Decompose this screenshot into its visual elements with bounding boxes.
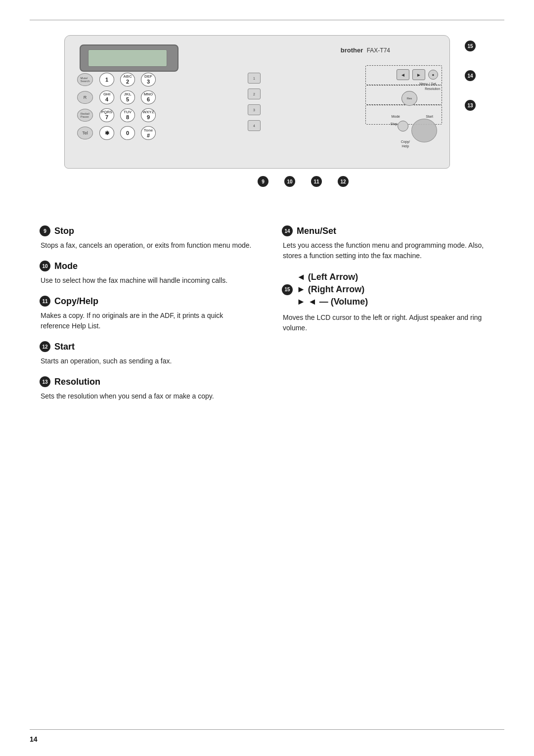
start-label: Start bbox=[426, 115, 433, 118]
diagram-area: brother FAX-T74 Mute/Search 1 bbox=[30, 35, 504, 169]
redial-pause-btn[interactable]: Redial/Pause bbox=[77, 109, 93, 122]
resolution-label: Resolution bbox=[425, 87, 440, 90]
item-arrows-title-block: ◄ (Left Arrow) ► (Right Arrow) ► ◄ — (Vo… bbox=[297, 271, 368, 309]
volume-btn[interactable]: ● bbox=[428, 70, 438, 80]
right-arrow-btn[interactable]: ► bbox=[412, 69, 425, 80]
callout-15: 15 bbox=[465, 41, 476, 51]
arrows-title-line1: ◄ (Left Arrow) bbox=[297, 271, 368, 283]
badge-13: 13 bbox=[40, 376, 50, 387]
badge-9: 9 bbox=[40, 225, 50, 236]
key-star[interactable]: ✱ bbox=[99, 126, 114, 140]
item-resolution: 13 Resolution Sets the resolution when y… bbox=[40, 376, 252, 401]
bottom-area: 14 bbox=[30, 729, 504, 744]
key-1[interactable]: 1 bbox=[99, 73, 114, 87]
speed-dial-column: 1 2 3 4 bbox=[248, 73, 261, 131]
display-screen bbox=[88, 49, 167, 67]
top-rule bbox=[30, 20, 504, 20]
arrows-title-line3: ► ◄ — (Volume) bbox=[297, 296, 368, 308]
item-arrows: 15 ◄ (Left Arrow) ► (Right Arrow) ► ◄ — … bbox=[282, 271, 494, 333]
r-btn[interactable]: R bbox=[77, 91, 93, 104]
speed-dial-3[interactable]: 3 bbox=[248, 104, 261, 115]
callout-13: 13 bbox=[465, 100, 476, 111]
arrow-row: ◄ ► ● bbox=[397, 69, 438, 80]
resolution-btn[interactable]: Res bbox=[401, 91, 417, 106]
item-stop-desc: Stops a fax, cancels an operation, or ex… bbox=[40, 240, 252, 251]
keypad-area: Mute/Search 1 ABC 2 DEF bbox=[77, 73, 245, 144]
copy-help-label: Copy/Help bbox=[401, 139, 410, 148]
content-section: 9 Stop Stops a fax, cancels an operation… bbox=[30, 225, 504, 401]
item-mode-heading: 10 Mode bbox=[40, 261, 252, 271]
item-stop: 9 Stop Stops a fax, cancels an operation… bbox=[40, 225, 252, 251]
callout-9: 9 bbox=[258, 176, 268, 187]
callout-10: 10 bbox=[284, 176, 295, 187]
right-callouts: 15 14 13 bbox=[465, 41, 477, 111]
stop-btn[interactable] bbox=[398, 121, 408, 132]
badge-10: 10 bbox=[40, 261, 50, 271]
key-hash[interactable]: Tone # bbox=[141, 126, 156, 140]
item-copyhelp-heading: 11 Copy/Help bbox=[40, 296, 252, 307]
key-5[interactable]: JKL 5 bbox=[120, 90, 135, 104]
key-0[interactable]: 0 bbox=[120, 126, 135, 140]
key-9[interactable]: WXYZ 9 bbox=[141, 108, 156, 122]
brand-area: brother FAX-T74 bbox=[341, 46, 390, 54]
item-start-desc: Starts an operation, such as sending a f… bbox=[40, 356, 252, 366]
key-7[interactable]: PQRS 7 bbox=[99, 108, 114, 122]
start-btn[interactable] bbox=[411, 119, 437, 142]
item-arrows-heading: 15 ◄ (Left Arrow) ► (Right Arrow) ► ◄ — … bbox=[282, 271, 494, 309]
item-copy-help: 11 Copy/Help Makes a copy. If no origina… bbox=[40, 296, 252, 331]
badge-14: 14 bbox=[282, 225, 293, 236]
key-8[interactable]: TUV 8 bbox=[120, 108, 135, 122]
speed-dial-1[interactable]: 1 bbox=[248, 73, 261, 84]
left-column: 9 Stop Stops a fax, cancels an operation… bbox=[40, 225, 252, 401]
item-copyhelp-desc: Makes a copy. If no originals are in the… bbox=[40, 311, 252, 331]
key-2[interactable]: ABC 2 bbox=[120, 73, 135, 87]
key-6[interactable]: MNO 6 bbox=[141, 90, 156, 104]
speed-dial-4[interactable]: 4 bbox=[248, 120, 261, 131]
tel-label: Tel bbox=[82, 131, 88, 135]
item-stop-heading: 9 Stop bbox=[40, 225, 252, 236]
menu-set-label: Menu / Set bbox=[419, 82, 436, 86]
item-mode-title: Mode bbox=[54, 261, 78, 271]
item-menuset-title: Menu/Set bbox=[297, 226, 336, 236]
badge-15: 15 bbox=[282, 284, 293, 295]
item-start-heading: 12 Start bbox=[40, 341, 252, 352]
mode-label: Mode bbox=[391, 115, 400, 118]
speed-dial-2[interactable]: 2 bbox=[248, 89, 261, 99]
item-menuset-desc: Lets you access the function menu and pr… bbox=[282, 240, 494, 261]
right-controls: ◄ ► ● Menu / Set Res Resolution Mode Sta… bbox=[328, 65, 442, 157]
item-arrows-desc: Moves the LCD cursor to the left or righ… bbox=[282, 312, 494, 333]
callout-14: 14 bbox=[465, 70, 476, 81]
display-panel bbox=[80, 44, 178, 72]
bottom-callouts: 9 10 11 12 bbox=[258, 176, 350, 187]
item-resolution-heading: 13 Resolution bbox=[40, 376, 252, 387]
r-label: R bbox=[84, 95, 87, 100]
redial-label: Redial/Pause bbox=[81, 112, 90, 118]
item-stop-title: Stop bbox=[54, 226, 74, 236]
fax-machine-diagram: brother FAX-T74 Mute/Search 1 bbox=[64, 35, 450, 169]
mute-search-label: Mute/Search bbox=[80, 77, 89, 83]
item-menu-set: 14 Menu/Set Lets you access the function… bbox=[282, 225, 494, 261]
brand-name: brother bbox=[341, 46, 363, 54]
item-resolution-desc: Sets the resolution when you send a fax … bbox=[40, 391, 252, 401]
item-copyhelp-title: Copy/Help bbox=[54, 296, 98, 307]
badge-12: 12 bbox=[40, 341, 50, 352]
right-column: 14 Menu/Set Lets you access the function… bbox=[282, 225, 494, 401]
model-name: FAX-T74 bbox=[367, 47, 390, 54]
badge-11: 11 bbox=[40, 296, 50, 307]
key-4[interactable]: GHI 4 bbox=[99, 90, 114, 104]
item-start-title: Start bbox=[54, 342, 75, 352]
stop-label: Stop bbox=[391, 122, 398, 126]
item-start: 12 Start Starts an operation, such as se… bbox=[40, 341, 252, 366]
mute-search-btn[interactable]: Mute/Search bbox=[77, 73, 93, 86]
item-mode-desc: Use to select how the fax machine will h… bbox=[40, 275, 252, 286]
bottom-rule bbox=[30, 729, 504, 730]
key-3[interactable]: DEF 3 bbox=[141, 73, 156, 87]
left-arrow-btn[interactable]: ◄ bbox=[397, 69, 409, 80]
item-menuset-heading: 14 Menu/Set bbox=[282, 225, 494, 236]
item-mode: 10 Mode Use to select how the fax machin… bbox=[40, 261, 252, 286]
callout-11: 11 bbox=[311, 176, 322, 187]
tel-btn[interactable]: Tel bbox=[77, 127, 93, 139]
arrows-title-line2: ► (Right Arrow) bbox=[297, 283, 368, 296]
page-number: 14 bbox=[30, 735, 38, 743]
callout-12: 12 bbox=[338, 176, 349, 187]
